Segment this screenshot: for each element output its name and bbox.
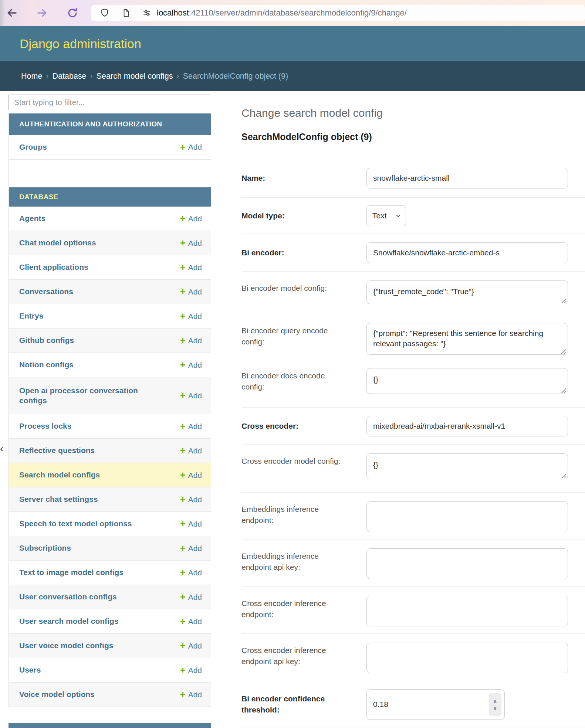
next-module-header-edge — [9, 723, 211, 728]
shield-icon[interactable] — [99, 7, 110, 18]
stepper-up-icon[interactable]: ∧ — [493, 698, 497, 704]
forward-button[interactable] — [35, 6, 49, 20]
sidebar-link-reflective-questions[interactable]: Reflective questions — [19, 446, 95, 455]
sidebar-link-user-voice-model-configs[interactable]: User voice model configs — [19, 641, 113, 650]
sidebar-filter-input[interactable] — [9, 95, 211, 110]
add-process-locks-link[interactable]: +Add — [180, 422, 202, 431]
sidebar-link-chat-model-optionss[interactable]: Chat model optionss — [19, 238, 96, 248]
bi-encoder-confidence-threshold-input[interactable] — [366, 689, 505, 720]
add-user-conversation-configs-link[interactable]: +Add — [180, 592, 202, 602]
plus-icon: + — [180, 592, 186, 602]
sidebar-link-users[interactable]: Users — [19, 665, 41, 675]
form-row-bi-encoder-query-encode-config: Bi encoder query encode config: {"prompt… — [241, 314, 585, 359]
number-stepper[interactable]: ∧ ∨ — [489, 693, 501, 716]
sidebar-link-groups[interactable]: Groups — [19, 142, 47, 152]
add-agents-link[interactable]: +Add — [180, 214, 202, 223]
sidebar-link-search-model-configs[interactable]: Search model configs — [19, 470, 100, 480]
site-title[interactable]: Django administration — [20, 26, 141, 61]
stepper-down-icon[interactable]: ∨ — [493, 705, 497, 711]
add-subscriptions-link[interactable]: +Add — [180, 544, 202, 553]
sidebar-link-voice-model-options[interactable]: Voice model options — [19, 690, 95, 699]
plus-icon: + — [180, 544, 186, 553]
add-users-link[interactable]: +Add — [180, 666, 202, 675]
breadcrumb-home[interactable]: Home — [21, 72, 42, 81]
back-button[interactable] — [5, 6, 18, 20]
form-row-model-type: Model type: Text — [241, 198, 585, 234]
add-entrys-link[interactable]: +Add — [180, 312, 202, 321]
add-label: Add — [188, 336, 202, 345]
add-label: Add — [188, 288, 202, 296]
reload-button[interactable] — [66, 6, 79, 20]
embeddings-inference-endpoint-input[interactable] — [366, 501, 568, 532]
field-label-bi-encoder-confidence-threshold: Bi encoder confidence threshold: — [241, 693, 346, 715]
sidebar-link-notion-configs[interactable]: Notion configs — [19, 360, 74, 370]
sidebar-item-user-conversation-configs: User conversation configs +Add — [9, 585, 211, 609]
sidebar-link-entrys[interactable]: Entrys — [19, 311, 43, 321]
page-info-icon[interactable] — [121, 7, 132, 18]
bi-encoder-input[interactable] — [366, 242, 568, 263]
add-conversations-link[interactable]: +Add — [180, 287, 202, 296]
sidebar-link-text-to-image-model-configs[interactable]: Text to image model configs — [19, 568, 124, 577]
add-server-chat-settingss-link[interactable]: +Add — [180, 495, 202, 504]
embeddings-inference-endpoint-api-key-input[interactable] — [366, 548, 568, 579]
sidebar-link-agents[interactable]: Agents — [19, 214, 45, 223]
add-label: Add — [188, 312, 202, 321]
sidebar-link-github-configs[interactable]: Github configs — [19, 336, 74, 345]
sidebar-link-subscriptions[interactable]: Subscriptions — [19, 543, 71, 553]
form-row-bi-encoder: Bi encoder: — [241, 234, 585, 272]
sidebar-link-open-ai-processor-conversation-configs[interactable]: Open ai processor conversation configs — [19, 386, 141, 405]
field-label-bi-encoder-docs-encode-config: Bi encoder docs encode config: — [241, 370, 346, 392]
reload-icon — [67, 7, 78, 19]
add-text-to-image-link[interactable]: +Add — [180, 568, 202, 577]
add-search-model-configs-link[interactable]: +Add — [180, 470, 202, 480]
sidebar-item-text-to-image-model-configs: Text to image model configs +Add — [9, 561, 211, 585]
cross-encoder-model-config-textarea[interactable]: {} — [366, 453, 568, 479]
sidebar-link-user-conversation-configs[interactable]: User conversation configs — [19, 592, 117, 602]
bi-encoder-docs-encode-config-textarea[interactable]: {} — [366, 368, 568, 394]
back-arrow-icon — [6, 7, 18, 19]
form-row-cross-encoder-inference-endpoint: Cross encoder inference endpoint: — [241, 587, 585, 634]
sidebar-link-conversations[interactable]: Conversations — [19, 287, 73, 296]
breadcrumb: Home›Database›Search model configs›Searc… — [0, 61, 585, 91]
bi-encoder-model-config-textarea[interactable]: {"trust_remote_code": "True"} — [366, 280, 568, 304]
add-open-ai-processor-link[interactable]: +Add — [180, 391, 202, 400]
add-notion-configs-link[interactable]: +Add — [180, 360, 202, 370]
add-chat-model-optionss-link[interactable]: +Add — [180, 238, 202, 248]
add-user-search-model-configs-link[interactable]: +Add — [180, 617, 202, 626]
sidebar-item-user-search-model-configs: User search model configs +Add — [9, 609, 211, 634]
sidebar-link-process-locks[interactable]: Process locks — [19, 421, 71, 431]
add-github-configs-link[interactable]: +Add — [180, 336, 202, 345]
sidebar-link-speech-to-text-model-optionss[interactable]: Speech to text model optionss — [19, 519, 132, 528]
add-voice-model-options-link[interactable]: +Add — [180, 690, 202, 699]
permissions-sliders-icon[interactable] — [141, 7, 152, 18]
name-input[interactable] — [366, 168, 568, 188]
add-label: Add — [188, 642, 202, 650]
add-user-voice-model-configs-link[interactable]: +Add — [180, 641, 202, 650]
model-type-select[interactable]: Text — [366, 205, 406, 226]
bi-encoder-query-encode-config-textarea[interactable]: {"prompt": "Represent this sentence for … — [366, 323, 568, 355]
add-speech-to-text-link[interactable]: +Add — [180, 519, 202, 528]
add-groups-link[interactable]: +Add — [180, 143, 202, 152]
breadcrumb-search-model-configs[interactable]: Search model configs — [97, 72, 173, 81]
plus-icon: + — [180, 391, 186, 400]
url-text[interactable]: localhost:42110/server/admin/database/se… — [157, 5, 407, 21]
sidebar-link-user-search-model-configs[interactable]: User search model configs — [19, 616, 118, 626]
cross-encoder-inference-endpoint-api-key-input[interactable] — [366, 643, 568, 673]
cross-encoder-inference-endpoint-input[interactable] — [366, 596, 568, 626]
sidebar-link-client-applications[interactable]: Client applications — [19, 262, 88, 272]
sidebar-item-notion-configs: Notion configs +Add — [9, 353, 211, 377]
address-bar[interactable]: localhost:42110/server/admin/database/se… — [91, 5, 585, 21]
sidebar-collapse-toggle[interactable]: ‹ — [0, 443, 3, 454]
cross-encoder-input[interactable] — [366, 416, 568, 436]
field-label-bi-encoder-query-encode-config: Bi encoder query encode config: — [241, 325, 346, 347]
plus-icon: + — [180, 143, 186, 152]
forward-arrow-icon — [36, 7, 48, 19]
url-host: localhost — [157, 8, 189, 17]
sidebar-link-server-chat-settingss[interactable]: Server chat settingss — [19, 494, 98, 504]
breadcrumb-database[interactable]: Database — [53, 72, 87, 81]
add-reflective-questions-link[interactable]: +Add — [180, 446, 202, 455]
field-label-bi-encoder-model-config: Bi encoder model config: — [241, 283, 346, 294]
plus-icon: + — [180, 238, 186, 248]
add-client-applications-link[interactable]: +Add — [180, 263, 202, 272]
sidebar-item-agents: Agents +Add — [9, 207, 211, 231]
